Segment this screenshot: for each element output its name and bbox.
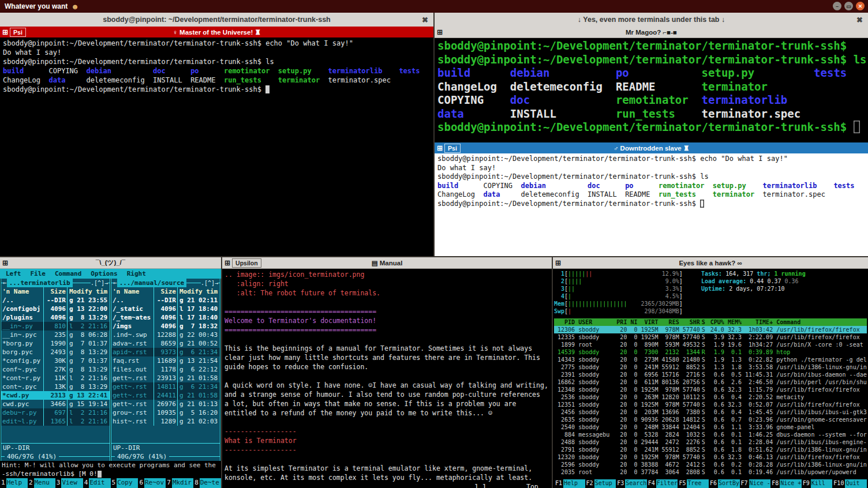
fkey-number[interactable]: F5 [678, 479, 687, 488]
process-row[interactable]: 12306sboddy2001925M978M57740S24.032.31h0… [554, 326, 867, 333]
terminal-titlebar-master[interactable]: ⊞ Psi ♀ Master of the Universe! ♜ [0, 27, 433, 37]
terminal-master[interactable]: sboddy@pinpoint:~/Development/terminator… [0, 37, 433, 256]
fkey-number[interactable]: F4 [647, 479, 656, 488]
process-row[interactable]: 2488sboddy2002944424722276S0.60.12:28.04… [554, 438, 867, 446]
fkey-label[interactable]: SortBy [718, 479, 740, 488]
process-row[interactable]: 2791sboddy200241M559128852S0.61.80:51.62… [554, 446, 867, 453]
file-row[interactable]: gett~.rst23913g 21 01:58 [111, 374, 220, 382]
fkey-number[interactable]: F7 [740, 479, 749, 488]
file-row[interactable]: *config.py30Kg 7 01:37 [1, 356, 110, 365]
process-row[interactable]: 12320sboddy2001925M978M57740S0.632.30:46… [554, 453, 867, 461]
mc-header-mtime[interactable]: Modify tim [177, 287, 220, 296]
file-row[interactable]: cwd.pyc3466g 15 19:14 [1, 400, 110, 408]
fkey-number[interactable]: F2 [585, 479, 594, 488]
file-row[interactable]: /configobj4096g 13 22:00 [1, 305, 110, 313]
fkey-number[interactable]: 1 [0, 478, 6, 488]
file-row[interactable]: apid~.rst9373g 6 21:34 [111, 348, 220, 356]
fkey-number[interactable]: 3 [55, 478, 62, 488]
file-row[interactable]: borg.pyc2493g 8 13:29 [1, 348, 110, 356]
close-button[interactable]: ✕ [856, 2, 865, 10]
mc-left-path[interactable]: ...terminatorlib [7, 279, 73, 287]
terminal-titlebar-vim[interactable]: ⊞ Upsilon ▤ Manual [222, 257, 552, 269]
terminal-titlebar-htop[interactable]: ⊞ Eyes like a hawk? ∞ [553, 257, 868, 269]
fkey-label[interactable]: Setup [594, 479, 616, 488]
process-row[interactable]: 12348sboddy2001925M978M57740S0.632.31:15… [554, 386, 867, 393]
mc-left-header[interactable]: 'n Name Size Modify tim [1, 287, 110, 296]
history-left-icon[interactable]: ← [113, 279, 117, 287]
file-row[interactable]: gett~.rst24411g 21 01:58 [111, 391, 220, 400]
file-row[interactable]: /_tem~ates4096l 17 18:40 [111, 313, 220, 322]
fkey-label[interactable]: Menu [34, 478, 55, 488]
fkey-number[interactable]: F10 [832, 479, 845, 488]
file-row[interactable]: *borg.py1990g 7 01:37 [1, 339, 110, 348]
fkey-label[interactable]: De~te [200, 478, 221, 488]
mc-right-corner[interactable]: .[^]→ [201, 279, 218, 287]
process-row[interactable]: 12335sboddy2001925M978M57740S3.932.32:22… [554, 333, 867, 341]
file-row[interactable]: hist~.rst1289g 21 02:03 [111, 417, 220, 426]
menu-item-options[interactable]: Options [91, 269, 117, 278]
fkey-label[interactable]: Quit [845, 479, 867, 488]
tab-right[interactable]: ↓ Yes, even more terminals under this ta… [435, 13, 868, 27]
file-row[interactable]: edit~l.py1365l 2 21:16 [1, 417, 110, 426]
group-chip-upsilon[interactable]: Upsilon [232, 258, 261, 268]
process-row[interactable]: 2596sboddy2003838846722412S0.60.20:28.28… [554, 461, 867, 468]
mc-header-name[interactable]: 'n Name [111, 287, 154, 296]
process-row[interactable]: 1899root200890M593M49532S1.919.61h34:27/… [554, 341, 867, 348]
mc-right-path[interactable]: .../manual/source [117, 279, 187, 287]
process-row[interactable]: 884messagebu200532828241032S0.60.11:46.2… [554, 431, 867, 438]
process-row[interactable]: 2035root2003778430642808S0.60.10:19.46/u… [554, 468, 867, 476]
fkey-label[interactable]: View [61, 478, 83, 488]
terminal-magoo[interactable]: sboddy@pinpoint:~/Development/terminator… [435, 38, 868, 142]
history-left-icon[interactable]: ← [3, 279, 7, 287]
terminal-titlebar-slave[interactable]: ⊞ Psi ♂ Downtrodden slave ♜ [435, 142, 868, 153]
terminal-titlebar-magoo[interactable]: ⊞ Mr Magoo? ⌐■-■ [435, 27, 868, 38]
process-row[interactable]: 2635sboddy200909362062814812S0.60.70:23.… [554, 416, 867, 423]
menu-item-right[interactable]: Right [127, 269, 146, 278]
file-row[interactable]: /plugins4096g 8 13:29 [1, 313, 110, 322]
fkey-label[interactable]: Help [6, 478, 28, 488]
process-row[interactable]: 2536sboddy200263M1282010112S0.60.42:20.5… [554, 393, 867, 401]
process-row[interactable]: 16862sboddy200611M8013620756S0.62.62:46.… [554, 378, 867, 386]
mc-header-size[interactable]: Size [43, 287, 67, 296]
window-titlebar[interactable]: Whatever you want ☻ – ▭ ✕ [0, 0, 868, 13]
fkey-number[interactable]: 5 [111, 478, 117, 488]
tab-left[interactable]: sboddy@pinpoint: ~/Development/terminato… [0, 13, 433, 27]
file-row[interactable]: grou~.rst10935g 5 16:20 [111, 408, 220, 417]
fkey-label[interactable]: Help [563, 479, 585, 488]
mc-panel-right-title[interactable]: ← .../manual/source .[^]→ [111, 279, 220, 287]
file-row[interactable]: .ind~.swp12288g 22 00:43 [111, 331, 220, 339]
menu-item-left[interactable]: Left [6, 269, 21, 278]
file-row[interactable]: __in~.py810l 2 21:16 [1, 322, 110, 331]
file-row[interactable]: cont~.pyc13Kg 8 13:29 [1, 382, 110, 391]
file-row[interactable]: /_static4096l 17 18:40 [111, 305, 220, 313]
fkey-label[interactable]: Copy [117, 478, 138, 488]
file-row[interactable]: __in~.pyc235g 8 06:28 [1, 331, 110, 339]
mc-command-line[interactable]: -ssh/terminatorlib$ [M 0! [0, 470, 221, 478]
fkey-number[interactable]: 7 [166, 478, 172, 488]
menu-item-file[interactable]: File [31, 269, 46, 278]
file-row[interactable]: adva~.rst8659g 21 00:52 [111, 339, 220, 348]
process-row[interactable]: 14539sboddy200730021321344R1.90.10:39.89… [554, 348, 867, 356]
file-row[interactable]: files.out1178g 6 22:12 [111, 365, 220, 374]
mc-header-name[interactable]: 'n Name [1, 287, 43, 296]
process-row[interactable]: 14343sboddy200273M4158021480S1.91.30:22.… [554, 356, 867, 363]
file-row[interactable]: *cont~r.py11Kl 2 21:16 [1, 374, 110, 382]
tab-right-close-icon[interactable]: ✖ [856, 16, 863, 24]
file-row[interactable]: faq.rst11689g 13 21:54 [111, 356, 220, 365]
fkey-label[interactable]: Tree [687, 479, 709, 488]
file-row[interactable]: gett~.rst14811g 6 21:34 [111, 382, 220, 391]
terminal-titlebar-mc[interactable]: ⊞ ¯\_(ツ)_/¯ [0, 257, 221, 269]
vim-editor[interactable]: .. image:: imgs/icon_terminator.png :ali… [222, 269, 552, 488]
fkey-label[interactable]: Nice + [780, 479, 802, 488]
mc-panel-left-title[interactable]: ← ...terminatorlib .[^]→ [1, 279, 110, 287]
process-row[interactable]: 2391sboddy2006956157162716S0.60.511:45.3… [554, 371, 867, 378]
fkey-label[interactable]: Mkdir [172, 478, 193, 488]
fkey-number[interactable]: F6 [709, 479, 718, 488]
mc-right-header[interactable]: 'n Name Size Modify tim [111, 287, 220, 296]
file-row[interactable]: gett~.rst26976g 21 01:13 [111, 400, 220, 408]
minimize-button[interactable]: – [833, 2, 841, 10]
file-row[interactable]: /imgs4096g 7 18:32 [111, 322, 220, 331]
fkey-label[interactable]: Filter [656, 479, 678, 488]
process-row[interactable]: 12351sboddy2001925M978M57740S0.632.30:52… [554, 401, 867, 408]
fkey-number[interactable]: 2 [28, 478, 34, 488]
